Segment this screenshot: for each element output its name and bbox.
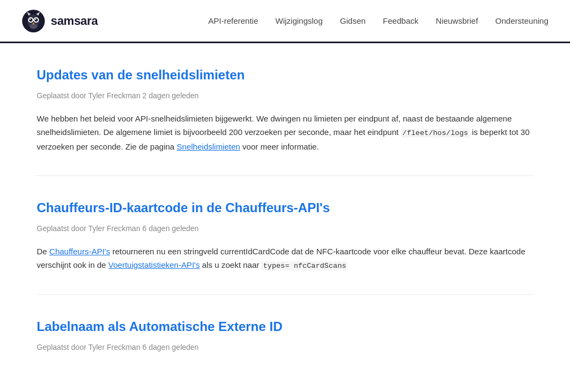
svg-point-11: [30, 24, 37, 29]
logo-text: samsara: [51, 11, 98, 30]
post-2-code-1: types= nfcCardScans: [261, 261, 348, 271]
nav-feedback[interactable]: Feedback: [383, 15, 418, 28]
post-2-link-1[interactable]: Chauffeurs-API's: [49, 247, 110, 256]
post-2-title[interactable]: Chauffeurs-ID-kaartcode in de Chauffeurs…: [37, 198, 533, 218]
svg-point-8: [30, 19, 31, 20]
post-1-title[interactable]: Updates van de snelheidslimieten: [37, 65, 533, 85]
post-3: Labelnaam als Automatische Externe ID Ge…: [37, 295, 533, 385]
post-3-meta: Geplaatst door Tyler Freckman 6 dagen ge…: [37, 341, 533, 353]
nav-api-referentie[interactable]: API-referentie: [208, 15, 259, 28]
svg-point-7: [35, 18, 38, 22]
nav-wijzigingslog[interactable]: Wijzigingslog: [275, 15, 323, 28]
main-nav: API-referentie Wijzigingslog Gidsen Feed…: [208, 15, 548, 28]
post-1: Updates van de snelheidslimieten Geplaat…: [37, 43, 533, 176]
post-1-link-1[interactable]: Snelheidslimieten: [177, 142, 240, 151]
svg-point-9: [35, 19, 36, 20]
post-2-body: De Chauffeurs-API's retourneren nu een s…: [37, 245, 533, 273]
svg-point-6: [29, 18, 32, 22]
nav-ondersteuning[interactable]: Ondersteuning: [496, 15, 548, 28]
post-3-title[interactable]: Labelnaam als Automatische Externe ID: [37, 316, 533, 337]
nav-gidsen[interactable]: Gidsen: [340, 15, 366, 28]
main-content: Updates van de snelheidslimieten Geplaat…: [15, 43, 555, 385]
post-2-meta: Geplaatst door Tyler Freckman 6 dagen ge…: [37, 222, 533, 234]
post-1-text-3: voor meer informatie.: [240, 142, 319, 151]
nav-nieuwsbrief[interactable]: Nieuwsbrief: [436, 15, 478, 28]
logo-link[interactable]: samsara: [22, 9, 98, 33]
header: samsara API-referentie Wijzigingslog Gid…: [0, 0, 570, 43]
samsara-logo-icon: [22, 9, 45, 33]
post-2-text-1: De: [37, 247, 49, 256]
post-1-meta: Geplaatst door Tyler Freckman 2 dagen ge…: [37, 90, 533, 102]
post-1-code-1: /fleet/hos/logs: [401, 129, 470, 138]
post-2-text-3: als u zoekt naar: [200, 260, 261, 269]
post-2: Chauffeurs-ID-kaartcode in de Chauffeurs…: [37, 176, 533, 295]
post-1-body: We hebben het beleid voor API-snelheidsl…: [37, 112, 533, 154]
post-2-link-2[interactable]: Voertuigstatistieken-API's: [108, 260, 200, 269]
